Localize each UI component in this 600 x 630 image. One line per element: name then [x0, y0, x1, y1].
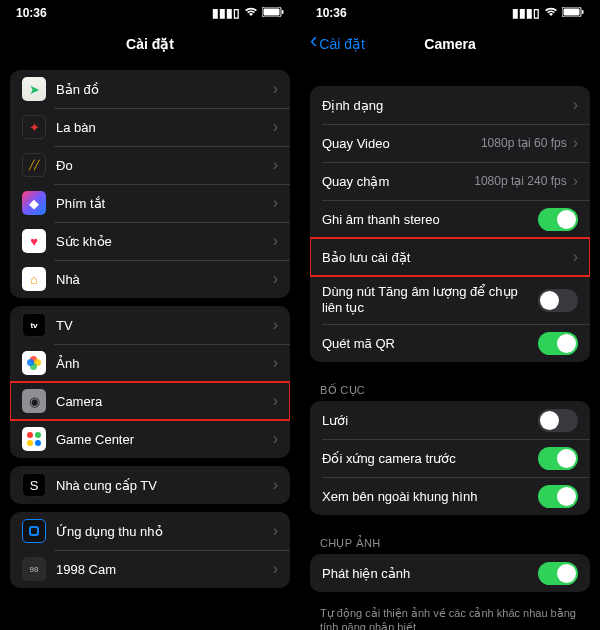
chevron-right-icon: › [273, 476, 278, 494]
chevron-right-icon: › [573, 248, 578, 266]
chevron-right-icon: › [273, 316, 278, 334]
status-time: 10:36 [16, 6, 47, 20]
photos-icon [22, 351, 46, 375]
row-gamecenter[interactable]: Game Center › [10, 420, 290, 458]
row-label: Bảo lưu cài đặt [322, 250, 573, 265]
row-label: Bản đồ [56, 82, 273, 97]
row-tv[interactable]: tv TV › [10, 306, 290, 344]
settings-group-1: ➤ Bản đồ › ✦ La bàn › ╱╱ Đo › ◆ Phím tắt [10, 70, 290, 298]
row-label: Quay chậm [322, 174, 474, 189]
row-outside-frame: Xem bên ngoài khung hình [310, 477, 590, 515]
chevron-right-icon: › [273, 270, 278, 288]
row-record-video[interactable]: Quay Video 1080p tại 60 fps › [310, 124, 590, 162]
row-compass[interactable]: ✦ La bàn › [10, 108, 290, 146]
camera-icon: ◉ [22, 389, 46, 413]
status-indicators: ▮▮▮▯ [512, 6, 584, 20]
row-detail: 1080p tại 60 fps [481, 136, 567, 150]
row-label: Đo [56, 158, 273, 173]
row-measure[interactable]: ╱╱ Đo › [10, 146, 290, 184]
compass-icon: ✦ [22, 115, 46, 139]
row-label: La bàn [56, 120, 273, 135]
battery-icon [562, 6, 584, 20]
toggle-qr[interactable] [538, 332, 578, 355]
camera-group-3: Phát hiện cảnh [310, 554, 590, 592]
section-header-capture: CHỤP ẢNH [300, 523, 600, 554]
row-label: Định dạng [322, 98, 573, 113]
appthumb-icon [22, 519, 46, 543]
row-label: Ghi âm thanh stereo [322, 212, 538, 227]
toggle-stereo[interactable] [538, 208, 578, 231]
row-slomo[interactable]: Quay chậm 1080p tại 240 fps › [310, 162, 590, 200]
status-indicators: ▮▮▮▯ [212, 6, 284, 20]
row-label: Ảnh [56, 356, 273, 371]
row-label: Quay Video [322, 136, 481, 151]
battery-icon [262, 6, 284, 20]
svg-rect-2 [282, 10, 284, 14]
health-icon: ♥ [22, 229, 46, 253]
row-format[interactable]: Định dạng › [310, 86, 590, 124]
back-button[interactable]: Cài đặt [310, 36, 365, 52]
row-home[interactable]: ⌂ Nhà › [10, 260, 290, 298]
row-label: TV [56, 318, 273, 333]
settings-group-3: S Nhà cung cấp TV › [10, 466, 290, 504]
row-label: Nhà [56, 272, 273, 287]
row-label: Lưới [322, 413, 538, 428]
section-footer: Tự động cải thiện ảnh về các cảnh khác n… [300, 600, 600, 630]
chevron-right-icon: › [273, 392, 278, 410]
row-stereo: Ghi âm thanh stereo [310, 200, 590, 238]
signal-icon: ▮▮▮▯ [212, 6, 240, 20]
wifi-icon [544, 6, 558, 20]
row-appthumb[interactable]: Ứng dụng thu nhỏ › [10, 512, 290, 550]
chevron-right-icon: › [573, 172, 578, 190]
camera-group-2: Lưới Đối xứng camera trước Xem bên ngoài… [310, 401, 590, 515]
row-label: Sức khỏe [56, 234, 273, 249]
row-tvprovider[interactable]: S Nhà cung cấp TV › [10, 466, 290, 504]
gamecenter-icon [22, 427, 46, 451]
row-label: Camera [56, 394, 273, 409]
status-bar: 10:36 ▮▮▮▯ [0, 0, 300, 26]
row-label: Phát hiện cảnh [322, 566, 538, 581]
chevron-right-icon: › [273, 194, 278, 212]
camera-group-1: Định dạng › Quay Video 1080p tại 60 fps … [310, 86, 590, 362]
toggle-outside-frame[interactable] [538, 485, 578, 508]
row-mirror-front: Đối xứng camera trước [310, 439, 590, 477]
row-label: Quét mã QR [322, 336, 538, 351]
status-time: 10:36 [316, 6, 347, 20]
chevron-right-icon: › [273, 232, 278, 250]
wifi-icon [244, 6, 258, 20]
status-bar: 10:36 ▮▮▮▯ [300, 0, 600, 26]
row-label: 1998 Cam [56, 562, 273, 577]
nav-bar: Cài đặt [0, 26, 300, 62]
chevron-right-icon: › [273, 118, 278, 136]
toggle-grid[interactable] [538, 409, 578, 432]
row-1998cam[interactable]: 98 1998 Cam › [10, 550, 290, 588]
row-label: Nhà cung cấp TV [56, 478, 273, 493]
svg-rect-4 [564, 9, 580, 16]
row-photos[interactable]: Ảnh › [10, 344, 290, 382]
row-detail: 1080p tại 240 fps [474, 174, 566, 188]
row-grid: Lưới [310, 401, 590, 439]
row-health[interactable]: ♥ Sức khỏe › [10, 222, 290, 260]
measure-icon: ╱╱ [22, 153, 46, 177]
row-camera[interactable]: ◉ Camera › [10, 382, 290, 420]
tvprovider-icon: S [22, 473, 46, 497]
toggle-mirror-front[interactable] [538, 447, 578, 470]
row-maps[interactable]: ➤ Bản đồ › [10, 70, 290, 108]
chevron-right-icon: › [573, 96, 578, 114]
row-preserve-settings[interactable]: Bảo lưu cài đặt › [310, 238, 590, 276]
chevron-right-icon: › [273, 430, 278, 448]
row-scene-detection: Phát hiện cảnh [310, 554, 590, 592]
cam1998-icon: 98 [22, 557, 46, 581]
page-title: Camera [424, 36, 475, 52]
row-shortcuts[interactable]: ◆ Phím tắt › [10, 184, 290, 222]
row-label: Xem bên ngoài khung hình [322, 489, 538, 504]
nav-bar: Cài đặt Camera [300, 26, 600, 62]
row-label: Phím tắt [56, 196, 273, 211]
toggle-scene-detection[interactable] [538, 562, 578, 585]
svg-rect-5 [582, 10, 584, 14]
chevron-right-icon: › [573, 134, 578, 152]
chevron-right-icon: › [273, 156, 278, 174]
row-qr: Quét mã QR [310, 324, 590, 362]
settings-group-4: Ứng dụng thu nhỏ › 98 1998 Cam › [10, 512, 290, 588]
toggle-volume-burst[interactable] [538, 289, 578, 312]
